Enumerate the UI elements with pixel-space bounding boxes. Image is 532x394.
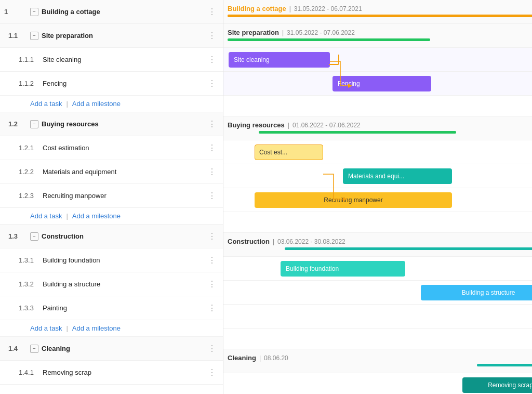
task-number: 1.3.2 (19, 280, 43, 288)
more-options-icon[interactable]: ⋮ (206, 30, 219, 42)
more-options-icon[interactable]: ⋮ (206, 190, 219, 202)
gantt-date-range: 31.05.2022 - 06.07.2021 (294, 5, 362, 12)
gantt-date-separator: | (289, 5, 291, 12)
more-options-icon[interactable]: ⋮ (206, 77, 219, 90)
more-options-icon[interactable]: ⋮ (206, 142, 219, 154)
gantt-row-task: Materials and equi... (223, 164, 532, 188)
gantt-date-range: 31.05.2022 - 07.06.2022 (287, 29, 355, 36)
more-options-icon[interactable]: ⋮ (206, 166, 219, 178)
gantt-row-task: Recruiting manpower (223, 188, 532, 212)
task-number: 1.1.1 (19, 56, 43, 63)
task-label: Fencing (43, 80, 206, 87)
gantt-row-sub-group: Construction | 03.06.2022 - 30.08.2022 (223, 233, 532, 257)
task-label: Building a structure (43, 280, 206, 288)
gantt-group-bar (477, 364, 532, 366)
task-number: 1.2.3 (19, 192, 43, 200)
task-label: Construction (42, 232, 206, 240)
collapse-button[interactable]: − (30, 8, 38, 16)
task-number: 1.3.3 (19, 304, 43, 312)
collapse-button[interactable]: − (30, 32, 38, 40)
task-row: 1.2 − Buying resources ⋮ (0, 112, 223, 136)
gantt-bar-materials: Materials and equi... (343, 168, 452, 184)
more-options-icon[interactable]: ⋮ (206, 366, 219, 379)
add-milestone-link[interactable]: Add a milestone (72, 324, 121, 332)
task-label: Cleaning (42, 345, 206, 352)
collapse-button[interactable]: − (30, 120, 38, 128)
task-row: 1.3 − Construction ⋮ (0, 225, 223, 248)
task-row: 1.4.1 Removing scrap ⋮ (0, 361, 223, 385)
gantt-row-task: Building a structure (223, 281, 532, 305)
gantt-bar-building-foundation: Building foundation (281, 261, 405, 277)
gantt-group-bar (228, 15, 532, 17)
gantt-group-bar (228, 38, 430, 41)
task-row: 1.4 − Cleaning ⋮ (0, 337, 223, 361)
task-row: 1.3.3 Painting ⋮ (0, 296, 223, 320)
more-options-icon[interactable]: ⋮ (206, 302, 219, 314)
task-label: Recruiting manpower (43, 192, 206, 200)
gantt-row-sub-group: Cleaning | 08.06.20 (223, 349, 532, 373)
more-options-icon[interactable]: ⋮ (206, 343, 219, 355)
collapse-button[interactable]: − (30, 232, 38, 241)
task-label: Site cleaning (43, 56, 206, 63)
app-container: 1 − Building a cottage ⋮ 1.1 − Site prep… (0, 0, 532, 394)
task-number: 1.2.2 (19, 168, 43, 176)
task-number: 1.1 (8, 32, 30, 40)
gantt-row-sub-group: Buying resources | 01.06.2022 - 07.06.20… (223, 116, 532, 140)
gantt-date-range: 08.06.20 (264, 354, 288, 362)
more-options-icon[interactable]: ⋮ (206, 54, 219, 66)
gantt-bar-site-cleaning: Site cleaning (229, 52, 330, 68)
more-options-icon[interactable]: ⋮ (206, 254, 219, 267)
gantt-group-label: Cleaning (228, 354, 256, 362)
gantt-bar-cost-estimation: Cost est... (255, 145, 323, 160)
add-task-link[interactable]: Add a task (30, 324, 62, 332)
gantt-bar-removing-scrap: Removing scrap (462, 377, 532, 393)
gantt-bar-recruiting: Recruiting manpower (255, 192, 452, 208)
gantt-row-task: Site cleaning (223, 48, 532, 72)
task-label: Materials and equipment (43, 168, 206, 176)
gantt-row-task: Removing scrap (223, 373, 532, 394)
add-milestone-link[interactable]: Add a milestone (72, 212, 121, 220)
gantt-bar-building-structure: Building a structure (421, 285, 532, 300)
gantt-row-task: Cost est... (223, 140, 532, 164)
task-number: 1 (4, 8, 30, 16)
task-row: 1.1.2 Fencing ⋮ (0, 72, 223, 96)
add-task-row: Add a task | Add a milestone (0, 96, 223, 112)
task-row: 1.2.2 Materials and equipment ⋮ (0, 160, 223, 184)
task-number: 1.2.1 (19, 144, 43, 152)
more-options-icon[interactable]: ⋮ (206, 278, 219, 291)
gantt-add-row (223, 96, 532, 116)
task-number: 1.3.1 (19, 256, 43, 264)
task-row: 1.1.1 Site cleaning ⋮ (0, 48, 223, 72)
task-number: 1.2 (8, 120, 30, 128)
more-options-icon[interactable]: ⋮ (206, 230, 219, 243)
more-options-icon[interactable]: ⋮ (206, 6, 219, 18)
gantt-group-bar (259, 131, 456, 134)
gantt-bar-fencing: Fencing (332, 76, 431, 91)
task-row: 1.2.1 Cost estimation ⋮ (0, 136, 223, 160)
gantt-row-task: Building foundation (223, 257, 532, 281)
add-task-link[interactable]: Add a task (30, 100, 62, 108)
task-label: Painting (43, 304, 206, 312)
gantt-panel: Building a cottage | 31.05.2022 - 06.07.… (223, 0, 532, 394)
gantt-row-task (223, 305, 532, 329)
more-options-icon[interactable]: ⋮ (206, 118, 219, 130)
add-task-row: Add a task | Add a milestone (0, 320, 223, 337)
task-list-panel: 1 − Building a cottage ⋮ 1.1 − Site prep… (0, 0, 223, 394)
add-task-link[interactable]: Add a task (30, 212, 62, 220)
gantt-date-range: 01.06.2022 - 07.06.2022 (292, 122, 361, 129)
task-number: 1.4 (8, 345, 30, 352)
task-row: 1.1 − Site preparation ⋮ (0, 24, 223, 48)
collapse-button[interactable]: − (30, 345, 38, 353)
task-label: Building a cottage (42, 8, 206, 16)
task-number: 1.4.1 (19, 369, 43, 376)
gantt-group-label: Site preparation (228, 29, 279, 36)
gantt-row-task: Fencing (223, 72, 532, 96)
task-row: 1.2.3 Recruiting manpower ⋮ (0, 184, 223, 208)
add-milestone-link[interactable]: Add a milestone (72, 100, 121, 108)
gantt-row-main-group: Building a cottage | 31.05.2022 - 06.07.… (223, 0, 532, 24)
task-number: 1.1.2 (19, 80, 43, 87)
gantt-group-label: Construction (228, 238, 270, 245)
task-label: Building foundation (43, 256, 206, 264)
dependency-connector (329, 55, 339, 65)
gantt-group-bar (285, 247, 532, 250)
